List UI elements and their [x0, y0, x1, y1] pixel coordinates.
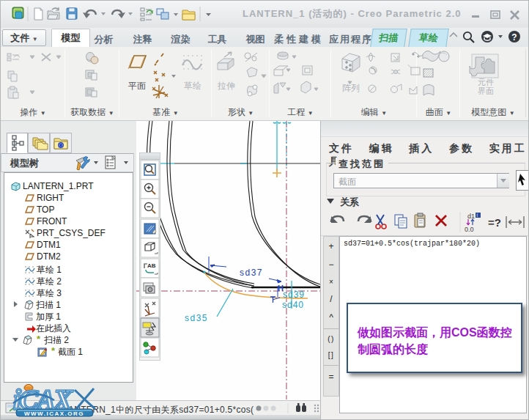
svg-text:WWW.ICAX.ORG: WWW.ICAX.ORG — [24, 410, 84, 417]
svg-text:i: i — [477, 213, 478, 218]
svg-text:sd40: sd40 — [282, 300, 304, 310]
svg-text:sd35: sd35 — [185, 313, 208, 323]
svg-text:sd37: sd37 — [240, 268, 263, 278]
svg-text:界面: 界面 — [478, 86, 494, 95]
svg-text:=?: =? — [488, 216, 501, 229]
svg-text:sd39: sd39 — [283, 290, 305, 300]
svg-text:草绘: 草绘 — [184, 81, 201, 91]
svg-text:元件: 元件 — [478, 78, 494, 86]
svg-text:0.0: 0.0 — [465, 226, 474, 233]
svg-text:拉伸: 拉伸 — [217, 81, 235, 91]
svg-text:d1: d1 — [467, 213, 475, 220]
svg-text:AB: AB — [147, 262, 156, 269]
svg-text:阵列: 阵列 — [342, 83, 360, 93]
svg-text:平面: 平面 — [128, 81, 146, 91]
svg-text:?: ? — [511, 32, 517, 43]
